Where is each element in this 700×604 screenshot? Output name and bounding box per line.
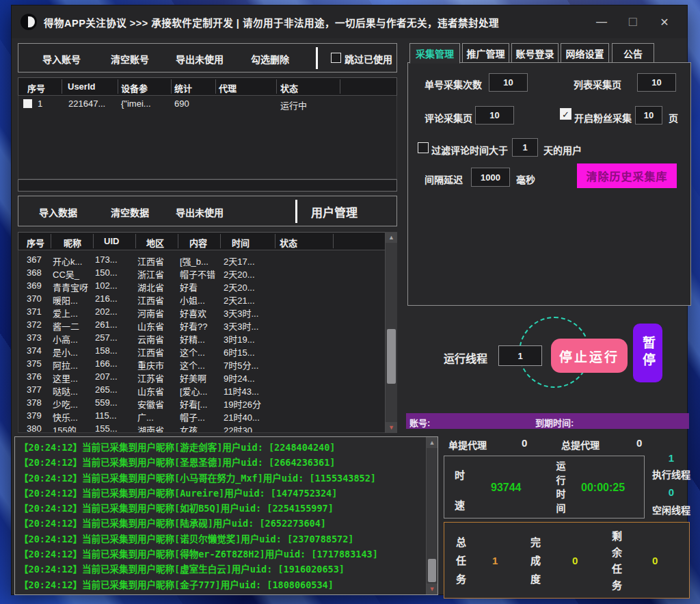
cell: 2天21...	[224, 293, 255, 306]
table-row[interactable]: 372酱一二261...山东省好看??3天3时...	[18, 319, 396, 332]
cell: 11时43...	[224, 384, 259, 397]
tab-collect-manage[interactable]: 采集管理	[409, 43, 460, 64]
log-panel: 【20:24:12】当前已采集到用户昵称[游走剑客]用户uid: [224840…	[14, 436, 438, 595]
clear-history-button[interactable]: 清除历史采集库	[577, 163, 677, 188]
app-window: 得物APP关注协议 >>> 承接软件定制开发 | 请勿用于非法用途，一切后果与作…	[11, 5, 688, 595]
exec-thread-value: 1	[647, 452, 695, 464]
cell: 374	[27, 345, 42, 356]
row-checkbox[interactable]	[23, 99, 32, 108]
column-header[interactable]: 昵称	[64, 236, 81, 249]
scrollbar-thumb[interactable]	[387, 329, 396, 384]
column-header[interactable]: UID	[104, 236, 119, 246]
fans-collect-label: 开启粉丝采集	[574, 111, 632, 124]
delay-label: 间隔延迟	[425, 172, 463, 186]
stop-run-button[interactable]: 停止运行	[551, 339, 628, 373]
close-icon[interactable]: ✕	[649, 10, 680, 34]
filter-pre-label: 过滤评论时间大于	[431, 143, 508, 157]
log-scrollbar[interactable]: ▲ ▼	[426, 437, 438, 594]
thread-count-input[interactable]: 1	[498, 345, 542, 366]
column-header[interactable]: 统计	[174, 81, 192, 94]
cell: 运行中	[280, 99, 307, 111]
import-accounts-button[interactable]: 导入账号	[42, 52, 81, 66]
tab-announcement[interactable]: 公告	[612, 43, 654, 63]
pause-button[interactable]: 暂停	[633, 324, 662, 382]
user-manage-button[interactable]: 用户管理	[311, 203, 358, 220]
column-header[interactable]: 状态	[280, 81, 298, 94]
table-row[interactable]: 368CC吴_150...浙江省帽子不错2天20...	[18, 267, 396, 280]
filter-days-input[interactable]: 1	[512, 138, 538, 157]
export-unused-data-button[interactable]: 导出未使用	[176, 205, 224, 219]
cell: 155的	[53, 423, 77, 433]
table-row[interactable]: 371爱上...202...河南省好喜欢3天3时...	[18, 306, 396, 319]
maximize-icon[interactable]: ☐	[617, 10, 649, 34]
scroll-down-icon[interactable]: ▼	[386, 422, 397, 433]
column-header[interactable]: 时间	[232, 236, 250, 249]
clear-accounts-button[interactable]: 清空账号	[111, 52, 149, 66]
single-collect-label: 单号采集次数	[425, 77, 482, 91]
table-row[interactable]: 376这里...207...江苏省好美啊9时24...	[18, 371, 396, 384]
scroll-down-icon[interactable]: ▼	[427, 583, 438, 594]
table-row[interactable]: 1 221647... {"imei... 690 运行中	[18, 96, 396, 113]
clear-data-button[interactable]: 清空数据	[111, 205, 149, 219]
cell: 166...	[95, 358, 118, 369]
user-table-scrollbar[interactable]: ▲ ▼	[385, 232, 397, 433]
scroll-up-icon[interactable]: ▲	[386, 232, 397, 243]
table-row[interactable]: 370暖阳...216...江西省小姐...2天21...	[18, 293, 396, 306]
cell: 青青宝呀	[53, 280, 88, 293]
table-row[interactable]: 369青青宝呀102...湖北省好看2天20...	[18, 280, 396, 293]
delay-input[interactable]: 1000	[471, 168, 510, 187]
cell: 广...	[137, 410, 154, 423]
titlebar[interactable]: 得物APP关注协议 >>> 承接软件定制开发 | 请勿用于非法用途，一切后果与作…	[12, 5, 687, 38]
list-page-input[interactable]: 10	[637, 73, 676, 92]
table-row[interactable]: 367开心k...173...江西省[强_b...2天17...	[18, 254, 396, 267]
single-proxy-label: 单提代理	[448, 438, 487, 451]
table-row[interactable]: 373小高...257...云南省好精...3时19...	[18, 332, 396, 345]
cell: 216...	[95, 293, 118, 304]
account-toolbar: 导入账号 清空账号 导出未使用 勾选删除 跳过已使用	[18, 43, 397, 73]
filter-time-checkbox[interactable]	[418, 142, 429, 153]
log-line: 【20:24:12】当前已采集到用户昵称[Aureire]用户uid: [147…	[19, 486, 424, 501]
export-unused-accounts-button[interactable]: 导出未使用	[176, 52, 224, 66]
skip-used-checkbox[interactable]	[331, 53, 341, 63]
delete-checked-button[interactable]: 勾选删除	[251, 52, 289, 66]
comment-page-input[interactable]: 10	[475, 106, 514, 124]
column-header[interactable]: 地区	[146, 236, 164, 249]
cell: 379	[27, 410, 42, 421]
fans-page-input[interactable]: 10	[635, 106, 662, 124]
table-row[interactable]: 380155的155...湖南省女孩22时30	[18, 423, 396, 433]
cell: 江西省	[137, 293, 164, 306]
cell: 3时19...	[224, 332, 255, 345]
minimize-icon[interactable]: —	[586, 10, 617, 34]
column-header[interactable]: 状态	[280, 236, 297, 249]
cell: 559...	[95, 397, 118, 408]
user-table-header: 序号 昵称 UID 地区 内容 时间 状态	[18, 232, 397, 250]
column-header[interactable]: 内容	[189, 236, 207, 249]
table-row[interactable]: 375阿拉...166...重庆市这个...7时5分...	[18, 358, 396, 371]
table-row[interactable]: 377哒哒...265...山东省[爱心...11时43...	[18, 384, 396, 397]
table-row[interactable]: 378少吃...559...安徽省好看[...19时26分	[18, 397, 396, 410]
tab-promo-manage[interactable]: 推广管理	[462, 43, 509, 63]
fans-collect-checkbox[interactable]: ✓	[560, 108, 571, 120]
tab-account-login[interactable]: 账号登录	[511, 43, 558, 63]
import-data-button[interactable]: 导入数据	[39, 205, 77, 219]
cell: 371	[27, 306, 42, 317]
column-header[interactable]: UserId	[68, 81, 95, 92]
collect-settings-panel: 单号采集次数 10 列表采集页 10 评论采集页 10 ✓ 开启粉丝采集 10 …	[407, 62, 691, 306]
idle-thread-label: 空闲线程	[647, 503, 695, 516]
scrollbar-thumb[interactable]	[428, 559, 436, 582]
scroll-up-icon[interactable]: ▲	[427, 437, 438, 448]
column-header[interactable]: 设备参	[121, 81, 148, 94]
table-row[interactable]: 379快乐...115...广...帽子...21时40...	[18, 410, 396, 423]
single-collect-input[interactable]: 10	[489, 73, 528, 92]
column-header[interactable]: 序号	[27, 236, 44, 249]
cell: 小高...	[53, 332, 78, 345]
column-header[interactable]: 序号	[27, 81, 45, 94]
cell: 1	[38, 99, 42, 109]
column-header[interactable]: 代理	[219, 81, 237, 94]
cell: 9时24...	[224, 371, 255, 384]
cell: 这个...	[180, 358, 205, 371]
cell: 376	[27, 371, 42, 382]
tab-network-settings[interactable]: 网络设置	[561, 43, 609, 63]
table-row[interactable]: 374是小...158...江西省这个...6时15...	[18, 345, 396, 358]
cell: 207...	[95, 371, 118, 382]
